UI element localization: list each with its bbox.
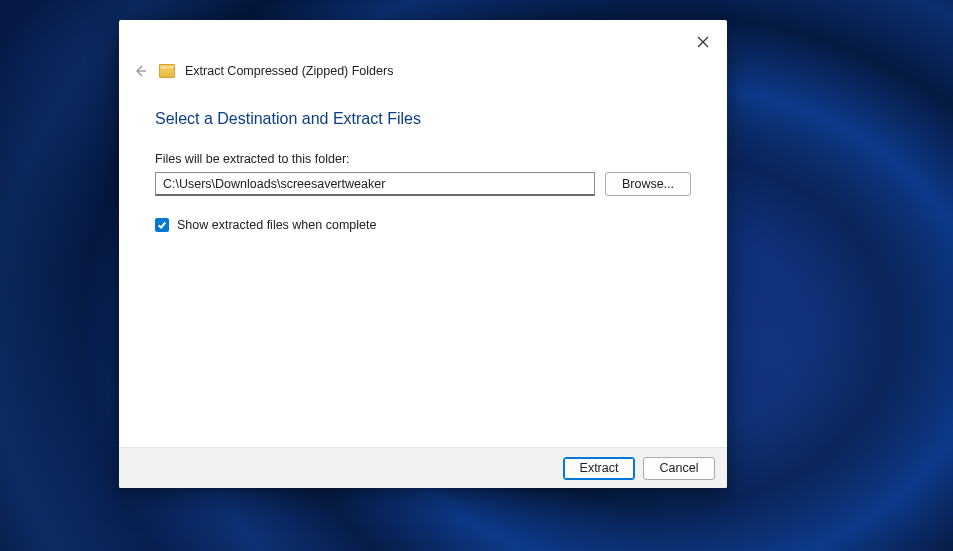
close-icon xyxy=(697,36,709,48)
content-area: Select a Destination and Extract Files F… xyxy=(119,88,727,447)
path-input-row: Browse... xyxy=(155,172,691,196)
path-label: Files will be extracted to this folder: xyxy=(155,152,691,166)
checkmark-icon xyxy=(157,220,167,230)
show-files-checkbox-row: Show extracted files when complete xyxy=(155,218,691,232)
browse-button[interactable]: Browse... xyxy=(605,172,691,196)
back-button[interactable] xyxy=(131,62,149,80)
show-files-checkbox[interactable] xyxy=(155,218,169,232)
show-files-checkbox-label[interactable]: Show extracted files when complete xyxy=(177,218,376,232)
zip-folder-icon xyxy=(159,64,175,78)
dialog-title: Extract Compressed (Zipped) Folders xyxy=(185,64,393,78)
cancel-button[interactable]: Cancel xyxy=(643,457,715,480)
title-bar xyxy=(119,20,727,62)
header-row: Extract Compressed (Zipped) Folders xyxy=(119,62,727,88)
page-heading: Select a Destination and Extract Files xyxy=(155,110,691,128)
extract-wizard-dialog: Extract Compressed (Zipped) Folders Sele… xyxy=(119,20,727,488)
arrow-left-icon xyxy=(132,63,148,79)
destination-path-input[interactable] xyxy=(155,172,595,196)
extract-button[interactable]: Extract xyxy=(563,457,635,480)
close-button[interactable] xyxy=(691,30,715,54)
dialog-footer: Extract Cancel xyxy=(119,448,727,488)
